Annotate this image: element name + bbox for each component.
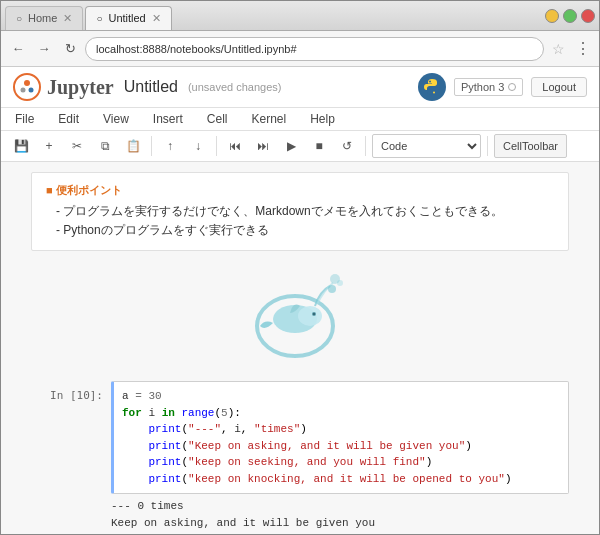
paste-cell-button[interactable]: 📋: [121, 134, 145, 158]
menu-insert[interactable]: Insert: [149, 110, 187, 128]
maximize-button[interactable]: [563, 9, 577, 23]
close-button[interactable]: [581, 9, 595, 23]
svg-point-0: [24, 80, 30, 86]
tab-home-label: Home: [28, 12, 57, 24]
output-line-2: Keep on asking, and it will be given you: [111, 515, 569, 532]
move-down-button[interactable]: ↓: [186, 134, 210, 158]
menu-bar: File Edit View Insert Cell Kernel Help: [1, 108, 599, 131]
copy-cell-button[interactable]: ⧉: [93, 134, 117, 158]
cell-type-select[interactable]: Code Markdown Raw NBConvert: [372, 134, 481, 158]
kernel-label: Python 3: [461, 81, 504, 93]
tab-home-icon: ○: [16, 13, 22, 24]
add-cell-button[interactable]: +: [37, 134, 61, 158]
markdown-header: ■ 便利ポイント: [46, 183, 554, 198]
cell-prompt: In [10]:: [31, 381, 111, 494]
cell-toolbar-button[interactable]: CellToolbar: [494, 134, 567, 158]
browser-window: ○ Home ✕ ○ Untitled ✕ ← → ↻ ☆ ⋮: [0, 0, 600, 535]
tab-untitled-icon: ○: [96, 13, 102, 24]
header-bullet: ■: [46, 184, 56, 196]
svg-point-9: [313, 313, 315, 315]
menu-file[interactable]: File: [11, 110, 38, 128]
markdown-cell: ■ 便利ポイント プログラムを実行するだけでなく、Markdownでメモを入れて…: [31, 172, 569, 251]
svg-point-2: [29, 88, 34, 93]
header-right: Python 3 Logout: [418, 73, 587, 101]
move-up-button[interactable]: ↑: [158, 134, 182, 158]
svg-point-12: [330, 274, 340, 284]
jupyter-logo: Jupyter: [13, 73, 114, 101]
tab-home[interactable]: ○ Home ✕: [5, 6, 83, 30]
output-prompt: [31, 494, 111, 534]
code-line-6: print("keep on knocking, and it will be …: [122, 471, 560, 488]
address-bar: ← → ↻ ☆ ⋮: [1, 31, 599, 67]
markdown-header-text: 便利ポイント: [56, 184, 122, 196]
cell-output: --- 0 times Keep on asking, and it will …: [31, 494, 569, 534]
browser-menu-icon[interactable]: ⋮: [573, 39, 593, 58]
run-prev-button[interactable]: ⏮: [223, 134, 247, 158]
notebook-content: ■ 便利ポイント プログラムを実行するだけでなく、Markdownでメモを入れて…: [1, 162, 599, 534]
unsaved-indicator: (unsaved changes): [188, 81, 282, 93]
menu-view[interactable]: View: [99, 110, 133, 128]
separator-1: [151, 136, 152, 156]
code-line-5: print("keep on seeking, and you will fin…: [122, 454, 560, 471]
separator-2: [216, 136, 217, 156]
notebook-name[interactable]: Untitled: [124, 78, 178, 96]
tab-untitled-label: Untitled: [108, 12, 145, 24]
markdown-item-1: プログラムを実行するだけでなく、Markdownでメモを入れておくこともできる。: [56, 202, 554, 221]
kernel-dot: [508, 83, 516, 91]
svg-point-1: [21, 88, 26, 93]
code-cell: In [10]: a = 30 for i in range(5): print…: [31, 381, 569, 494]
close-tab-untitled[interactable]: ✕: [152, 12, 161, 25]
cell-input[interactable]: a = 30 for i in range(5): print("---", i…: [111, 381, 569, 494]
menu-kernel[interactable]: Kernel: [248, 110, 291, 128]
menu-help[interactable]: Help: [306, 110, 339, 128]
refresh-button[interactable]: ↻: [59, 38, 81, 60]
save-button[interactable]: 💾: [9, 134, 33, 158]
cut-cell-button[interactable]: ✂: [65, 134, 89, 158]
python-icon: [418, 73, 446, 101]
output-line-1: --- 0 times: [111, 498, 569, 515]
restart-button[interactable]: ↺: [335, 134, 359, 158]
svg-point-10: [328, 285, 336, 293]
code-line-1: a = 30: [122, 388, 560, 405]
svg-point-4: [433, 92, 435, 94]
address-input[interactable]: [85, 37, 544, 61]
separator-3: [365, 136, 366, 156]
minimize-button[interactable]: [545, 9, 559, 23]
notebook-area[interactable]: ■ 便利ポイント プログラムを実行するだけでなく、Markdownでメモを入れて…: [1, 162, 599, 534]
title-bar: ○ Home ✕ ○ Untitled ✕: [1, 1, 599, 31]
menu-edit[interactable]: Edit: [54, 110, 83, 128]
kernel-status: Python 3: [454, 78, 523, 96]
jupyter-header: Jupyter Untitled (unsaved changes) Pytho…: [1, 67, 599, 108]
output-line-3: keep on seeking, and you will find: [111, 531, 569, 534]
code-line-3: print("---", i, "times"): [122, 421, 560, 438]
svg-point-3: [429, 81, 431, 83]
jupyter-logo-text: Jupyter: [47, 76, 114, 99]
separator-4: [487, 136, 488, 156]
output-content: --- 0 times Keep on asking, and it will …: [111, 494, 569, 534]
logout-button[interactable]: Logout: [531, 77, 587, 97]
tab-bar: ○ Home ✕ ○ Untitled ✕: [5, 2, 172, 30]
tab-untitled[interactable]: ○ Untitled ✕: [85, 6, 171, 30]
interrupt-button[interactable]: ■: [307, 134, 331, 158]
code-line-2: for i in range(5):: [122, 405, 560, 422]
svg-point-7: [298, 306, 322, 326]
markdown-item-2: Pythonのプログラムをすぐ実行できる: [56, 221, 554, 240]
jupyter-logo-icon: [13, 73, 41, 101]
close-tab-home[interactable]: ✕: [63, 12, 72, 25]
forward-button[interactable]: →: [33, 38, 55, 60]
back-button[interactable]: ←: [7, 38, 29, 60]
bookmark-icon[interactable]: ☆: [548, 41, 569, 57]
run-next-button[interactable]: ⏭: [251, 134, 275, 158]
jupyter-whale-logo: [235, 271, 365, 361]
jupyter-image-area: [31, 261, 569, 381]
markdown-list: プログラムを実行するだけでなく、Markdownでメモを入れておくこともできる。…: [46, 202, 554, 240]
window-controls: [545, 9, 595, 23]
run-button[interactable]: ▶: [279, 134, 303, 158]
toolbar: 💾 + ✂ ⧉ 📋 ↑ ↓ ⏮ ⏭ ▶ ■ ↺ Code Markdown Ra…: [1, 131, 599, 162]
menu-cell[interactable]: Cell: [203, 110, 232, 128]
code-line-4: print("Keep on asking, and it will be gi…: [122, 438, 560, 455]
